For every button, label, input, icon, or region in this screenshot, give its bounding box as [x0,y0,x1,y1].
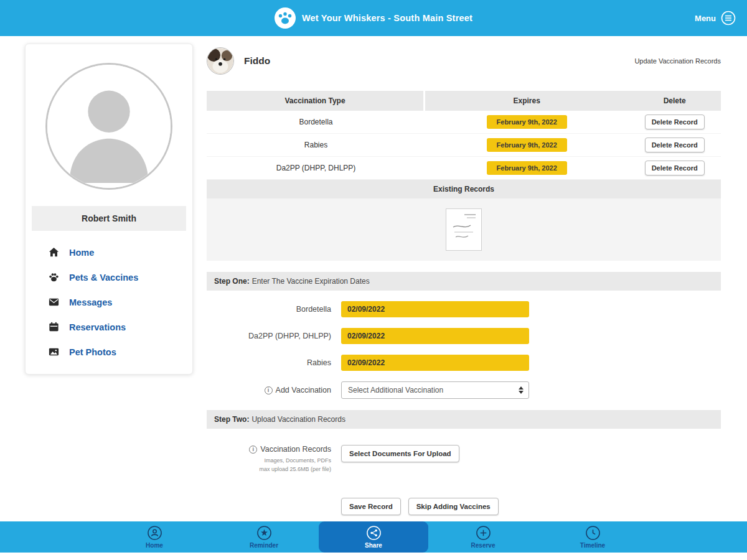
bottom-nav-timeline[interactable]: Timeline [538,521,647,553]
paw-icon [48,271,60,283]
reminder-circle-icon [256,525,272,541]
select-documents-button[interactable]: Select Documents For Upload [341,445,459,462]
photos-icon [48,346,60,358]
sidebar-card: Robert Smith Home Pets & Vaccines Messag… [25,44,193,375]
field-label: Da2PP (DHPP, DHLPP) [207,332,331,340]
step-one-prefix: Step One: [214,277,250,286]
menu-label: Menu [695,14,716,23]
content-area: Robert Smith Home Pets & Vaccines Messag… [0,36,747,521]
form-row-bordetella: Bordetella [207,301,721,317]
bottom-nav-label: Timeline [580,542,605,549]
step-two-prefix: Step Two: [214,415,249,424]
sidebar-item-label: Reservations [69,322,126,332]
delete-record-button[interactable]: Delete Record [645,138,705,152]
pet-name: Fiddo [244,55,270,67]
skip-adding-vaccines-button[interactable]: Skip Adding Vaccines [408,498,499,515]
expiry-date-button[interactable]: February 9th, 2022 [487,115,567,129]
step-one-header: Step One: Enter The Vaccine Expiration D… [207,272,721,291]
expiration-form: Bordetella Da2PP (DHPP, DHLPP) Rabies i … [207,291,721,399]
vaccine-type: Bordetella [207,111,425,133]
sidebar-item-pets-vaccines[interactable]: Pets & Vaccines [48,268,192,286]
field-label: i Add Vaccination [207,386,331,394]
brand: Wet Your Whiskers - South Main Street [275,7,472,29]
app-window: Wet Your Whiskers - South Main Street Me… [0,0,747,560]
bottom-nav-label: Reserve [471,542,496,549]
field-label: Bordetella [207,305,331,314]
form-row-da2pp: Da2PP (DHPP, DHLPP) [207,328,721,344]
vaccine-type: Rabies [207,134,425,156]
step-two-title: Upload Vaccination Records [251,415,345,424]
avatar [45,63,172,190]
existing-record-thumbnail[interactable] [446,208,482,251]
col-header-expires: Expires [425,91,628,111]
expiry-date-button[interactable]: February 9th, 2022 [487,161,567,175]
existing-records-area [207,198,721,261]
info-icon: i [249,446,257,454]
upload-hint-line2: max upload 25.6MB (per file) [207,465,331,474]
vaccination-records-label: Vaccination Records [260,445,331,454]
update-vaccination-records-link[interactable]: Update Vaccination Records [634,57,721,65]
expiry-date-button[interactable]: February 9th, 2022 [487,138,567,152]
upload-row: i Vaccination Records Images, Documents,… [207,445,721,474]
pet-avatar [207,47,234,75]
select-value: Select Additional Vaccination [348,386,443,394]
reserve-circle-icon [476,525,491,541]
pet-header: Fiddo Update Vaccination Records [207,47,721,75]
upload-hint-line1: Images, Documents, PDFs [207,456,331,465]
bottom-white-strip [0,553,747,560]
calendar-icon [48,321,60,333]
select-arrows-icon [519,386,524,394]
home-icon [48,246,60,258]
vaccine-type: Da2PP (DHPP, DHLPP) [207,157,425,179]
delete-record-button[interactable]: Delete Record [645,114,705,129]
add-vaccination-label: Add Vaccination [276,386,331,394]
step-one-title: Enter The Vaccine Expiration Dates [252,277,370,286]
table-header-row: Vaccination Type Expires Delete [207,91,721,111]
form-row-add-vaccination: i Add Vaccination Select Additional Vacc… [207,381,721,399]
col-header-vaccination-type: Vaccination Type [207,91,425,111]
sidebar-item-home[interactable]: Home [48,243,192,261]
top-bar: Wet Your Whiskers - South Main Street Me… [0,0,747,36]
additional-vaccination-select[interactable]: Select Additional Vaccination [341,381,529,399]
vaccination-table: Vaccination Type Expires Delete Bordetel… [207,91,721,261]
user-name: Robert Smith [32,206,186,231]
existing-records-header: Existing Records [207,180,721,198]
share-circle-icon [366,525,382,541]
bottom-nav-label: Home [146,542,163,549]
sidebar-nav: Home Pets & Vaccines Messages Reservatio… [26,231,192,361]
bottom-nav-share[interactable]: Share [319,521,428,553]
rabies-date-input[interactable] [341,355,529,371]
form-actions: Save Record Skip Adding Vaccines [341,498,721,515]
info-icon: i [265,386,273,394]
bottom-nav-bar: Home Reminder Share [0,521,747,553]
sidebar-item-reservations[interactable]: Reservations [48,318,192,336]
da2pp-date-input[interactable] [341,328,529,344]
hamburger-icon [721,11,736,26]
envelope-icon [48,296,60,308]
bordetella-date-input[interactable] [341,301,529,317]
table-row: Rabies February 9th, 2022 Delete Record [207,134,721,157]
upload-label-block: i Vaccination Records Images, Documents,… [207,445,331,474]
menu-button[interactable]: Menu [695,0,736,36]
sidebar-item-messages[interactable]: Messages [48,293,192,311]
delete-record-button[interactable]: Delete Record [645,161,705,175]
home-circle-icon [147,525,162,541]
sidebar-item-label: Pets & Vaccines [69,273,138,282]
field-label: Rabies [207,358,331,367]
table-row: Bordetella February 9th, 2022 Delete Rec… [207,111,721,134]
step-two-header: Step Two: Upload Vaccination Records [207,410,721,429]
timeline-circle-icon [585,525,601,541]
bottom-nav-home[interactable]: Home [100,521,209,553]
sidebar-item-label: Messages [69,297,112,307]
save-record-button[interactable]: Save Record [341,498,401,515]
page-title: Wet Your Whiskers - South Main Street [302,13,472,23]
paw-logo-icon [275,7,296,29]
form-row-rabies: Rabies [207,355,721,371]
sidebar-item-pet-photos[interactable]: Pet Photos [48,343,192,361]
bottom-nav-reserve[interactable]: Reserve [428,521,538,553]
bottom-nav-label: Reminder [250,542,278,549]
bottom-nav-label: Share [365,542,382,549]
col-header-delete: Delete [628,91,721,111]
sidebar-item-label: Home [69,248,94,258]
bottom-nav-reminder[interactable]: Reminder [209,521,319,553]
